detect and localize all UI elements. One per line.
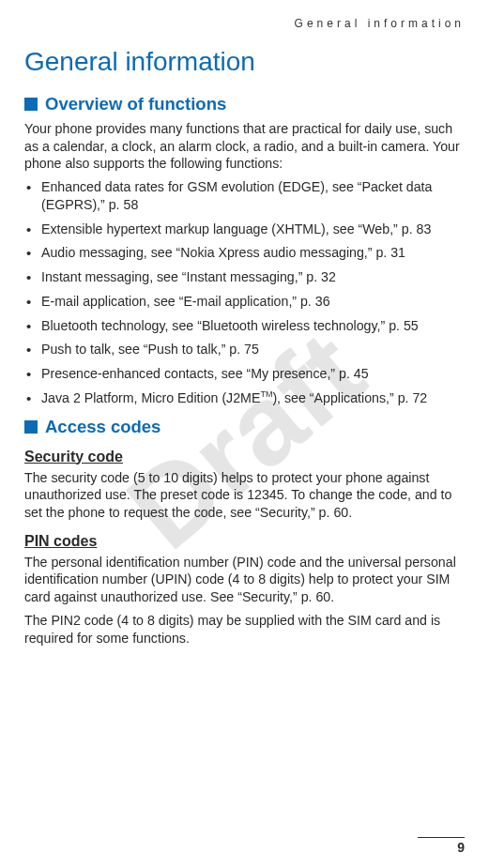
section-head-access-codes: Access codes: [24, 417, 465, 437]
pin-codes-text-1: The personal identification number (PIN)…: [24, 554, 465, 606]
subheading-security-code: Security code: [24, 449, 465, 465]
list-item: Bluetooth technology, see “Bluetooth wir…: [24, 317, 465, 335]
list-item: Instant messaging, see “Instant messagin…: [24, 268, 465, 286]
page-content: General information General information …: [24, 17, 465, 647]
running-header: General information: [24, 17, 465, 30]
list-item: E-mail application, see “E-mail applicat…: [24, 293, 465, 311]
list-item: Push to talk, see “Push to talk,” p. 75: [24, 341, 465, 358]
page-number: 9: [457, 840, 465, 855]
pin-codes-text-2: The PIN2 code (4 to 8 digits) may be sup…: [24, 612, 465, 647]
section-title-access-codes: Access codes: [45, 417, 160, 437]
page-number-rule: [418, 837, 465, 838]
subheading-pin-codes: PIN codes: [24, 533, 465, 550]
section-marker-icon: [24, 420, 38, 434]
section-title-overview: Overview of functions: [45, 94, 226, 114]
list-item: Java 2 Platform, Micro Edition (J2METM),…: [24, 389, 465, 407]
security-code-text: The security code (5 to 10 digits) helps…: [24, 469, 465, 522]
section-head-overview: Overview of functions: [24, 94, 465, 114]
section-marker-icon: [24, 98, 38, 111]
overview-intro: Your phone provides many functions that …: [24, 120, 465, 173]
chapter-title: General information: [24, 47, 465, 77]
list-item: Presence-enhanced contacts, see “My pres…: [24, 365, 465, 383]
list-item: Extensible hypertext markup language (XH…: [24, 221, 465, 238]
list-item: Audio messaging, see “Nokia Xpress audio…: [24, 244, 465, 262]
overview-list: Enhanced data rates for GSM evolution (E…: [24, 178, 465, 406]
list-item: Enhanced data rates for GSM evolution (E…: [24, 178, 465, 213]
